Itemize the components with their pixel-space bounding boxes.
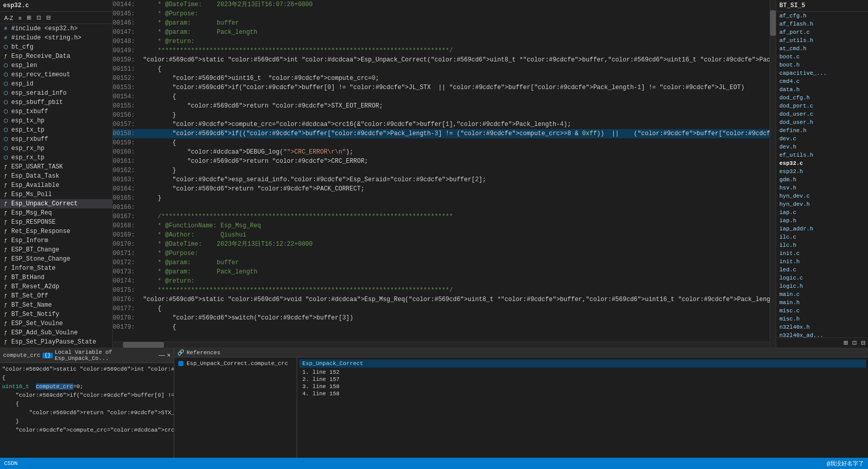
right-sidebar-file-capacitive____[interactable]: capacitive_... — [776, 69, 868, 77]
sidebar-item-esp_rxbuff[interactable]: ⬡esp_rxbuff — [0, 135, 112, 144]
sidebar-item-Inform_State[interactable]: ƒInform_State — [0, 264, 112, 273]
sidebar-expand-btn[interactable]: ⊞ — [25, 13, 33, 22]
right-sidebar-file-boot_c[interactable]: boot.c — [776, 53, 868, 61]
right-sidebar-file-ef_utils_h[interactable]: ef_utils.h — [776, 151, 868, 159]
sidebar-item-BT_Reset_A2dp[interactable]: ƒBT_Reset_A2dp — [0, 282, 112, 291]
sidebar-item-ESP_Stone_Change[interactable]: ƒESP_Stone_Change — [0, 254, 112, 264]
sidebar-item-_include__string_h_[interactable]: ##include <string.h> — [0, 33, 112, 42]
right-sidebar-file-iap_addr_h[interactable]: iap_addr.h — [776, 225, 868, 233]
sidebar-item-ESP_Set_Voulne[interactable]: ƒESP_Set_Voulne — [0, 319, 112, 328]
right-sidebar-file-hyn_dev_h[interactable]: hyn_dev.h — [776, 200, 868, 208]
right-sidebar-file-dev_h[interactable]: dev.h — [776, 143, 868, 151]
sidebar-item-Esp_RESPONSE[interactable]: ƒEsp_RESPONSE — [0, 218, 112, 227]
right-sidebar-file-define_h[interactable]: define.h — [776, 126, 868, 135]
refs-right-line[interactable]: 2. line 157 — [299, 376, 866, 383]
sidebar-menu-btn[interactable]: ≡ — [16, 13, 24, 22]
refs-right-line[interactable]: 3. line 158 — [299, 383, 866, 390]
sidebar-item-Esp_Unpack_Correct[interactable]: ƒEsp_Unpack_Correct — [0, 199, 112, 208]
right-sidebar-file-misc_c[interactable]: misc.c — [776, 307, 868, 315]
bottom-left-minimize-btn[interactable]: — — [159, 352, 165, 359]
sidebar-item-Ret_Esp_Response[interactable]: ƒRet_Esp_Response — [0, 227, 112, 236]
refs-right-lines: 1. line 1522. line 1573. line 1584. line… — [299, 369, 866, 397]
right-sidebar-file-main_c[interactable]: main.c — [776, 290, 868, 299]
sidebar-item-Esp_Receive_Data[interactable]: ƒEsp_Receive_Data — [0, 52, 112, 61]
right-sidebar-file-dod_user_c[interactable]: dod_user.c — [776, 110, 868, 118]
sidebar-item-_include__esp32_h_[interactable]: ##include <esp32.h> — [0, 24, 112, 33]
sidebar-item-ESP_USART_TASK[interactable]: ƒESP_USART_TASK — [0, 162, 112, 172]
right-sidebar-file-af_port_c[interactable]: af_port.c — [776, 28, 868, 36]
sidebar-item-BT_BtHand[interactable]: ƒBT_BtHand — [0, 273, 112, 282]
refs-left-item[interactable]: Esp_Unpack_Correct.compute_crc — [176, 359, 295, 368]
sidebar-item-ESP_BT_Change[interactable]: ƒESP_BT_Change — [0, 245, 112, 254]
horiz-scroll-thumb[interactable] — [123, 342, 164, 348]
right-sidebar-file-dev_c[interactable]: dev.c — [776, 135, 868, 143]
sidebar-item-Esp_Ms_Poll[interactable]: ƒEsp_Ms_Poll — [0, 190, 112, 199]
right-sidebar-file-misc_h[interactable]: misc.h — [776, 315, 868, 323]
right-sidebar-file-init_h[interactable]: init.h — [776, 258, 868, 266]
rs-close-btn[interactable]: ⊟ — [859, 339, 867, 347]
sidebar-item-Esp_Msg_Req[interactable]: ƒEsp_Msg_Req — [0, 208, 112, 218]
sidebar-item-ESP_Add_Sub_Voulne[interactable]: ƒESP_Add_Sub_Voulne — [0, 328, 112, 337]
sidebar-item-Esp_Inform[interactable]: ƒEsp_Inform — [0, 236, 112, 245]
right-sidebar-file-hsv_h[interactable]: hsv.h — [776, 184, 868, 192]
right-sidebar-file-iap_h[interactable]: iap.h — [776, 217, 868, 225]
refs-right-line[interactable]: 1. line 152 — [299, 369, 866, 376]
sidebar-item-esp_rx_hp[interactable]: ⬡esp_rx_hp — [0, 144, 112, 153]
sidebar-item-esp_id[interactable]: ⬡esp_id — [0, 79, 112, 89]
right-sidebar-file-esp32_h[interactable]: esp32.h — [776, 167, 868, 176]
sidebar-item-esp_tx_tp[interactable]: ⬡esp_tx_tp — [0, 125, 112, 135]
right-sidebar-file-hyn_dev_c[interactable]: hyn_dev.c — [776, 192, 868, 200]
sidebar-item-esp_rx_tp[interactable]: ⬡esp_rx_tp — [0, 153, 112, 162]
sidebar-az-btn[interactable]: A-Z — [2, 13, 15, 22]
right-sidebar-file-iap_c[interactable]: iap.c — [776, 208, 868, 217]
right-sidebar-file-ilc_c[interactable]: ilc.c — [776, 233, 868, 241]
right-sidebar-file-ilc_h[interactable]: ilc.h — [776, 241, 868, 249]
sidebar-item-BT_Set_Notify[interactable]: ƒBT_Set_Notify — [0, 310, 112, 319]
right-sidebar-file-led_c[interactable]: led.c — [776, 266, 868, 274]
right-sidebar-file-af_cfg_h[interactable]: af_cfg.h — [776, 12, 868, 20]
right-sidebar-file-boot_h[interactable]: boot.h — [776, 61, 868, 69]
right-sidebar-file-dod_user_h[interactable]: dod_user.h — [776, 118, 868, 126]
sidebar-item-esp_seraid_info[interactable]: ⬡esp_seraid_info — [0, 89, 112, 98]
sidebar-item-esp_len[interactable]: ⬡esp_len — [0, 61, 112, 70]
sidebar-close-btn[interactable]: ⊟ — [44, 13, 53, 22]
right-sidebar-file-af_flash_h[interactable]: af_flash.h — [776, 20, 868, 28]
right-sidebar-file-dod_port_c[interactable]: dod_port.c — [776, 102, 868, 110]
sidebar-item-esp_tx_hp[interactable]: ⬡esp_tx_hp — [0, 116, 112, 125]
sidebar-collapse-btn[interactable]: ⊡ — [34, 13, 43, 22]
vert-scrollbar[interactable] — [770, 0, 776, 348]
right-sidebar-file-n32l40x_ad___[interactable]: n32l40x_ad... — [776, 331, 868, 337]
sidebar-item-esp_txbuff[interactable]: ⬡esp_txbuff — [0, 107, 112, 116]
vert-scroll-thumb[interactable] — [770, 10, 776, 36]
line-content: "color:#569cd6">return "color:#9cdcfe">C… — [141, 157, 770, 166]
right-sidebar-file-main_h[interactable]: main.h — [776, 299, 868, 307]
right-sidebar-file-data_h[interactable]: data.h — [776, 86, 868, 94]
right-sidebar-file-n32l40x_h[interactable]: n32l40x.h — [776, 323, 868, 331]
right-sidebar-file-init_c[interactable]: init.c — [776, 249, 868, 258]
sidebar-item-label: esp_sbuff_pbit — [11, 99, 63, 106]
horiz-scrollbar[interactable] — [113, 342, 770, 348]
right-sidebar-file-at_cmd_h[interactable]: at_cmd.h — [776, 45, 868, 53]
sidebar-item-label: BT_Set_Off — [11, 292, 48, 300]
sidebar-item-BT_Set_Off[interactable]: ƒBT_Set_Off — [0, 291, 112, 301]
right-sidebar-file-esp32_c[interactable]: esp32.c — [776, 159, 868, 167]
right-sidebar-file-logic_c[interactable]: logic.c — [776, 274, 868, 282]
sidebar-item-Esp_Set_PlayPause_State[interactable]: ƒEsp_Set_PlayPause_State — [0, 337, 112, 347]
right-sidebar-file-gdm_h[interactable]: gdm.h — [776, 176, 868, 184]
rs-collapse-btn[interactable]: ⊡ — [851, 339, 858, 347]
rs-expand-btn[interactable]: ⊞ — [842, 339, 850, 347]
right-sidebar-file-af_utils_h[interactable]: af_utils.h — [776, 36, 868, 45]
code-scroll[interactable]: 00144: * @DateTime: 2023年2月13日T16:07:26+… — [113, 0, 770, 342]
right-sidebar-file-dod_cfg_h[interactable]: dod_cfg.h — [776, 94, 868, 102]
line-content: { — [141, 65, 770, 74]
refs-right-line[interactable]: 4. line 158 — [299, 390, 866, 397]
right-sidebar-file-cmd4_c[interactable]: cmd4.c — [776, 77, 868, 86]
sidebar-item-BT_Set_Name[interactable]: ƒBT_Set_Name — [0, 301, 112, 310]
sidebar-item-Esp_Data_Task[interactable]: ƒEsp_Data_Task — [0, 172, 112, 181]
sidebar-item-esp_recv_timeout[interactable]: ⬡esp_recv_timeout — [0, 70, 112, 79]
sidebar-item-Esp_Available[interactable]: ƒEsp_Available — [0, 181, 112, 190]
bottom-left-close-btn[interactable]: × — [167, 352, 171, 359]
sidebar-item-esp_sbuff_pbit[interactable]: ⬡esp_sbuff_pbit — [0, 98, 112, 107]
right-sidebar-file-logic_h[interactable]: logic.h — [776, 282, 868, 290]
sidebar-item-bt_cfg[interactable]: ⬡bt_cfg — [0, 42, 112, 52]
